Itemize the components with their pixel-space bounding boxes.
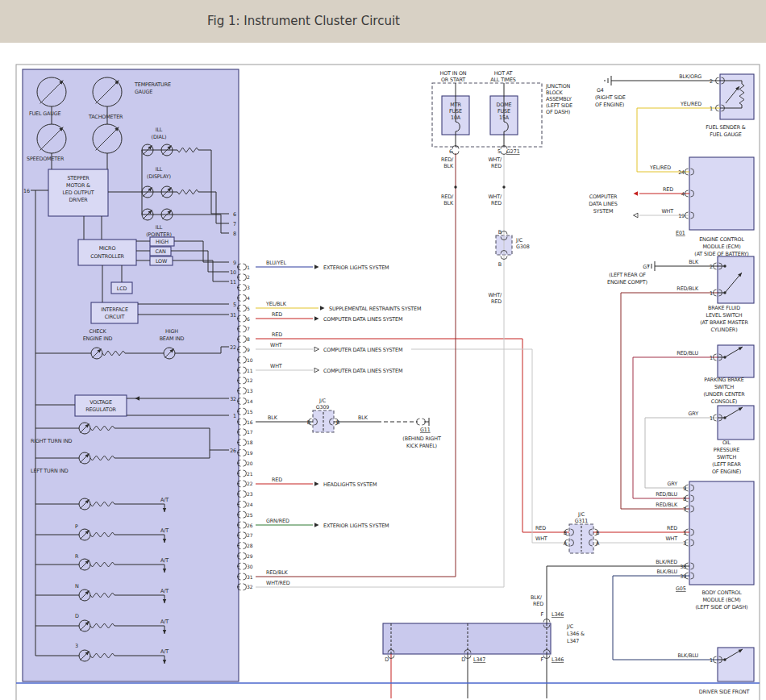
diagram-label: G7 (643, 264, 650, 270)
diagram-label: RED/BLU (676, 350, 698, 356)
diagram-label: RED (272, 331, 282, 338)
diagram-label: DRIVER SIDE FRONT (699, 689, 750, 695)
interface-circuit-box (91, 302, 138, 323)
reference-arrow (314, 316, 319, 321)
diagram-label: ENGINE COMPT) (607, 279, 647, 285)
diagram-label: RED (667, 525, 677, 531)
diagram-label: (DIAL) (152, 134, 167, 140)
diagram-label: L346 & (567, 631, 585, 637)
diagram-label: SWITCH (717, 454, 737, 460)
connector-symbol (244, 573, 247, 580)
diagram-label: ILL (156, 224, 163, 231)
connector-pin-number: 2 (247, 274, 250, 280)
diagram-label: 22 (230, 344, 236, 351)
diagram-label: GRY (689, 410, 699, 417)
diagram-label: LOW (156, 258, 168, 265)
diagram-label: WHT/RED (266, 580, 290, 586)
diagram-label: WHT/ (488, 194, 502, 200)
diagram-label: TACHOMETER (88, 114, 123, 120)
diagram-label: 1 (233, 413, 236, 419)
diagram-label: G311 (575, 518, 589, 524)
diagram-label: LEFT TURN IND (31, 468, 69, 474)
wire (645, 418, 718, 488)
connector-pin-number: 21 (247, 471, 253, 477)
diagram-label: R (75, 553, 79, 560)
diagram-label: J/C (577, 511, 585, 518)
diagram-label: DRIVER (69, 197, 88, 203)
connector-symbol (244, 429, 247, 435)
diagram-label: B (307, 419, 310, 426)
connector-symbol (244, 563, 247, 569)
diagram-label: BLU/YEL (266, 260, 286, 266)
diagram-label: G4 (597, 87, 604, 94)
diagram-label: ILL (156, 166, 163, 173)
diagram-label: BLK/ (531, 594, 543, 601)
connector-pin-number: 17 (247, 429, 253, 435)
diagram-label: RED/BLU (656, 491, 677, 498)
diagram-label: OF DASH) (546, 109, 570, 115)
diagram-label: G11 (420, 427, 431, 433)
diagram-label: BLOCK (546, 90, 564, 96)
connector-pin-number: 29 (247, 553, 253, 559)
diagram-label: A (596, 540, 600, 547)
connector-symbol (244, 367, 247, 373)
diagram-label: 4 (681, 191, 685, 198)
diagram-label: D (461, 656, 465, 663)
connector-pin-number: 32 (247, 584, 253, 590)
diagram-label: EXTERIOR LIGHTS SYSTEM (323, 265, 389, 271)
diagram-label: 1 (710, 106, 713, 112)
diagram-label: YEL/RED (649, 165, 671, 171)
connector-pin-number: 12 (247, 377, 253, 383)
diagram-label: 5 (497, 148, 501, 155)
connector-symbol (244, 552, 247, 559)
diagram-label: MODULE (ECM) (703, 244, 741, 250)
connector-symbol (244, 356, 247, 363)
connector-symbol (244, 532, 247, 539)
connector-symbol (244, 315, 247, 322)
diagram-label: A/T (160, 527, 169, 534)
connector-pin-number: 7 (247, 326, 250, 331)
diagram-label: 3 (75, 643, 78, 649)
connector-pin-number: 20 (247, 460, 253, 466)
diagram-label: A/T (160, 557, 169, 564)
diagram-label: 1 (710, 290, 713, 297)
diagram-label: 2 (710, 264, 713, 270)
diagram-label: HOT AT (494, 70, 513, 77)
diagram-label: 10A (451, 115, 461, 121)
connector-symbol (244, 388, 247, 394)
connector-pin-number: 18 (247, 440, 253, 445)
reference-arrow (314, 481, 319, 486)
connector-pin-number: 8 (247, 336, 250, 342)
connector-symbol (244, 470, 247, 477)
diagram-label: 19 (678, 213, 685, 219)
wire (613, 576, 718, 660)
diagram-label: TEMPERATURE (134, 81, 171, 88)
diagram-label: BLK (443, 163, 454, 169)
diagram-label: 11 (230, 279, 236, 285)
diagram-label: SWITCH (714, 384, 735, 390)
diagram-label: A/T (160, 497, 169, 503)
diagram-label: 2 (710, 78, 713, 85)
diagram-label: L346 (552, 656, 564, 663)
connector-symbol (244, 285, 247, 291)
oil-pressure-switch-box (718, 406, 754, 440)
diagram-label: D (75, 613, 79, 619)
junction-dot (502, 185, 505, 188)
diagram-label: SPEEDOMETER (27, 156, 65, 162)
diagram-label: BLK (268, 415, 278, 421)
diagram-label: BEAM IND (160, 335, 185, 342)
ecm-box (689, 157, 754, 230)
reference-arrow (320, 306, 325, 310)
connector-pin-number: 3 (247, 285, 250, 290)
diagram-label: (RIGHT SIDE (595, 94, 626, 101)
diagram-label: RED (533, 601, 543, 607)
connector-symbol (244, 481, 247, 487)
connector-symbol (244, 522, 247, 528)
diagram-label: L347 (473, 656, 485, 663)
diagram-label: 6 (449, 148, 452, 155)
connector-pin-number: 6 (247, 316, 250, 322)
diagram-label: ENGINE IND (83, 335, 113, 342)
diagram-label: RED/ (441, 156, 454, 163)
diagram-label: L347 (567, 638, 579, 644)
diagram-label: RED/BLK (656, 502, 678, 508)
